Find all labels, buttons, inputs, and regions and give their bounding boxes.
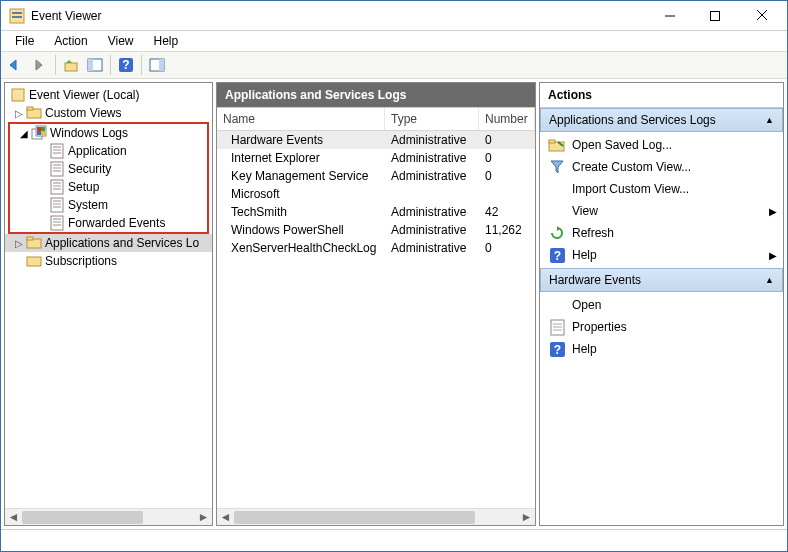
svg-rect-47	[549, 140, 555, 143]
center-pane: Applications and Services Logs Name Type…	[216, 82, 536, 526]
tree-label: System	[68, 198, 108, 212]
svg-text:?: ?	[122, 58, 129, 72]
tree-custom-views[interactable]: ▷ Custom Views	[5, 104, 212, 122]
show-hide-tree-button[interactable]	[84, 54, 106, 76]
svg-rect-39	[51, 216, 63, 230]
expander-icon[interactable]: ▷	[13, 238, 25, 249]
maximize-button[interactable]	[692, 1, 737, 30]
menu-help[interactable]: Help	[146, 32, 187, 50]
svg-text:?: ?	[553, 343, 560, 357]
tree-label: Subscriptions	[45, 254, 117, 268]
actions-section-1[interactable]: Applications and Services Logs ▲	[540, 108, 783, 132]
action-label: Help	[572, 248, 597, 262]
collapse-icon[interactable]: ▲	[765, 115, 774, 125]
log-icon	[49, 215, 65, 231]
center-header: Applications and Services Logs	[217, 83, 535, 107]
action-label: Properties	[572, 320, 627, 334]
expander-icon[interactable]: ▷	[13, 108, 25, 119]
tree-label: Custom Views	[45, 106, 121, 120]
menu-view[interactable]: View	[100, 32, 142, 50]
section-label: Hardware Events	[549, 273, 641, 287]
svg-rect-27	[51, 162, 63, 176]
toolbar: ?	[1, 51, 787, 79]
action-help1[interactable]: ?Help▶	[540, 244, 783, 266]
tree-security[interactable]: Security	[10, 160, 207, 178]
list-row[interactable]: Key Management ServiceAdministrative0	[217, 167, 535, 185]
list-row[interactable]: Windows PowerShellAdministrative11,262	[217, 221, 535, 239]
action-import_view[interactable]: Import Custom View...	[540, 178, 783, 200]
log-icon	[49, 161, 65, 177]
action-create_view[interactable]: Create Custom View...	[540, 156, 783, 178]
refresh-icon	[548, 225, 566, 241]
expander-icon[interactable]: ◢	[18, 128, 30, 139]
cell-name: XenServerHealthCheckLog	[217, 241, 385, 255]
help-button[interactable]: ?	[115, 54, 137, 76]
tree-windows-logs[interactable]: ◢ Windows Logs	[10, 124, 207, 142]
list-row[interactable]: Internet ExplorerAdministrative0	[217, 149, 535, 167]
action-label: Help	[572, 342, 597, 356]
svg-rect-35	[51, 198, 63, 212]
tree-scrollbar[interactable]: ◄►	[5, 508, 212, 525]
list-row[interactable]: Hardware EventsAdministrative0	[217, 131, 535, 149]
console-tree: Event Viewer (Local) ▷ Custom Views ◢ Wi…	[5, 83, 212, 508]
action-open[interactable]: Open	[540, 294, 783, 316]
action-view[interactable]: View▶	[540, 200, 783, 222]
col-number[interactable]: Number	[479, 108, 535, 130]
svg-text:?: ?	[553, 249, 560, 263]
show-hide-action-button[interactable]	[146, 54, 168, 76]
list-row[interactable]: XenServerHealthCheckLogAdministrative0	[217, 239, 535, 257]
menu-file[interactable]: File	[7, 32, 42, 50]
cell-name: TechSmith	[217, 205, 385, 219]
event-viewer-icon	[10, 87, 26, 103]
list-view: Name Type Number Hardware EventsAdminist…	[217, 107, 535, 508]
action-props[interactable]: Properties	[540, 316, 783, 338]
col-name[interactable]: Name	[217, 108, 385, 130]
cell-number: 0	[479, 133, 535, 147]
forward-button[interactable]	[29, 54, 51, 76]
status-bar	[1, 529, 787, 551]
collapse-icon[interactable]: ▲	[765, 275, 774, 285]
tree-subscriptions[interactable]: Subscriptions	[5, 252, 212, 270]
action-refresh[interactable]: Refresh	[540, 222, 783, 244]
actions-section-2[interactable]: Hardware Events ▲	[540, 268, 783, 292]
toolbar-separator	[141, 55, 142, 75]
tree-application[interactable]: Application	[10, 142, 207, 160]
tree-app-services-logs[interactable]: ▷ Applications and Services Lo	[5, 234, 212, 252]
actions-title: Actions	[540, 83, 783, 108]
tree-setup[interactable]: Setup	[10, 178, 207, 196]
svg-rect-14	[12, 89, 24, 101]
action-help2[interactable]: ?Help	[540, 338, 783, 360]
actions-list-2: OpenProperties?Help	[540, 292, 783, 362]
svg-rect-4	[710, 11, 719, 20]
tree-label: Event Viewer (Local)	[29, 88, 140, 102]
list-row[interactable]: Microsoft	[217, 185, 535, 203]
up-button[interactable]	[60, 54, 82, 76]
list-scrollbar[interactable]: ◄►	[217, 508, 535, 525]
col-type[interactable]: Type	[385, 108, 479, 130]
action-label: Open Saved Log...	[572, 138, 672, 152]
list-row[interactable]: TechSmithAdministrative42	[217, 203, 535, 221]
props-icon	[548, 319, 566, 335]
folder-icon	[548, 137, 566, 153]
tree-root[interactable]: Event Viewer (Local)	[5, 86, 212, 104]
svg-rect-16	[27, 107, 33, 110]
cell-name: Microsoft	[217, 187, 385, 201]
tree-label: Applications and Services Lo	[45, 236, 199, 250]
close-button[interactable]	[737, 1, 787, 30]
cell-number: 11,262	[479, 223, 535, 237]
app-icon	[9, 8, 25, 24]
cell-type: Administrative	[385, 133, 479, 147]
toolbar-separator	[55, 55, 56, 75]
tree-label: Application	[68, 144, 127, 158]
back-button[interactable]	[5, 54, 27, 76]
menu-action[interactable]: Action	[46, 32, 95, 50]
action-label: Refresh	[572, 226, 614, 240]
cell-number: 0	[479, 169, 535, 183]
action-open_saved[interactable]: Open Saved Log...	[540, 134, 783, 156]
tree-forwarded-events[interactable]: Forwarded Events	[10, 214, 207, 232]
tree-system[interactable]: System	[10, 196, 207, 214]
cell-name: Hardware Events	[217, 133, 385, 147]
list-header: Name Type Number	[217, 108, 535, 131]
cell-number: 42	[479, 205, 535, 219]
minimize-button[interactable]	[647, 1, 692, 30]
